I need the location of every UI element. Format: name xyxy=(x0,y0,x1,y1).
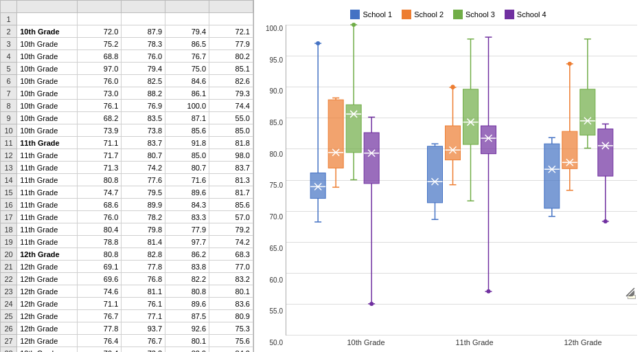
data-cell: 80.8 xyxy=(78,174,122,186)
data-cell: 76.7 xyxy=(122,335,165,347)
y-axis-label: 55.0 xyxy=(270,307,283,315)
data-cell: 83.7 xyxy=(122,137,165,149)
row-num: 7 xyxy=(1,87,17,100)
y-axis-label: 90.0 xyxy=(270,87,283,95)
data-cell: 73.0 xyxy=(78,87,122,100)
data-cell: 83.8 xyxy=(165,261,209,273)
box-rect xyxy=(428,146,443,203)
resize-handle[interactable] xyxy=(625,287,636,299)
chart-area: School 1School 2School 3School 4 100.095… xyxy=(254,0,644,352)
data-cell: 71.6 xyxy=(165,174,209,186)
grade-cell: 10th Grade xyxy=(17,112,78,124)
data-cell: 92.6 xyxy=(165,322,209,335)
grade-cell: 10th Grade xyxy=(17,25,78,38)
chart-plot xyxy=(286,25,637,336)
row-num: 12 xyxy=(1,149,17,162)
data-cell: 84.0 xyxy=(209,347,253,353)
data-cell: 76.0 xyxy=(122,50,165,63)
grade-cell: 12th Grade xyxy=(17,347,78,353)
table-row: 1711th Grade76.078.283.357.0 xyxy=(1,211,253,223)
data-cell: 79.2 xyxy=(209,223,253,236)
data-cell: 57.0 xyxy=(209,211,253,223)
row-num: 23 xyxy=(1,285,17,298)
chart-legend: School 1School 2School 3School 4 xyxy=(260,10,637,19)
data-cell: 89.6 xyxy=(165,186,209,199)
col-c-header xyxy=(122,1,165,13)
data-cell: 76.1 xyxy=(122,298,165,310)
data-cell: 87.1 xyxy=(165,112,209,124)
data-cell: 81.7 xyxy=(209,186,253,199)
data-cell: 55.0 xyxy=(209,112,253,124)
outlier-dot xyxy=(369,302,373,306)
data-cell: 86.5 xyxy=(165,38,209,50)
grade-cell: 10th Grade xyxy=(17,87,78,100)
data-cell: 75.3 xyxy=(209,322,253,335)
data-cell: 80.4 xyxy=(78,223,122,236)
data-cell: 84.6 xyxy=(165,75,209,87)
data-cell: 77.8 xyxy=(122,261,165,273)
data-cell: 85.0 xyxy=(165,149,209,162)
table-row: 310th Grade75.278.386.577.9 xyxy=(1,38,253,50)
grade-cell: 12th Grade xyxy=(17,298,78,310)
grid-line xyxy=(286,335,637,336)
row-num: 25 xyxy=(1,310,17,322)
legend-color-box xyxy=(402,10,411,19)
data-cell: 74.2 xyxy=(209,236,253,248)
data-cell: 79.4 xyxy=(165,25,209,38)
data-cell: 73.3 xyxy=(122,347,165,353)
y-axis: 100.095.090.085.080.075.070.065.060.055.… xyxy=(260,25,286,346)
data-cell: 74.6 xyxy=(78,285,122,298)
col-d-header xyxy=(165,1,209,13)
data-cell: 74.7 xyxy=(78,186,122,199)
row-num: 5 xyxy=(1,63,17,75)
table-row: 1311th Grade71.374.280.783.7 xyxy=(1,162,253,174)
grade-cell: 10th Grade xyxy=(17,50,78,63)
data-cell: 71.1 xyxy=(78,137,122,149)
legend-color-box xyxy=(453,10,463,19)
data-cell: 82.5 xyxy=(122,75,165,87)
data-cell: 85.6 xyxy=(209,199,253,211)
row-num: 22 xyxy=(1,273,17,285)
table-row: 2112th Grade69.177.883.877.0 xyxy=(1,261,253,273)
row-num-header xyxy=(1,1,17,13)
grade-cell: 11th Grade xyxy=(17,186,78,199)
data-cell: 80.9 xyxy=(209,310,253,322)
legend-label: School 2 xyxy=(414,10,444,19)
grade-cell: 11th Grade xyxy=(17,162,78,174)
data-cell: 72.1 xyxy=(209,25,253,38)
grade-cell: 11th Grade xyxy=(17,199,78,211)
grade-cell: 11th Grade xyxy=(17,174,78,186)
header-school4 xyxy=(209,13,253,25)
row-num: 20 xyxy=(1,248,17,261)
table-body: 210th Grade72.087.979.472.1310th Grade75… xyxy=(1,25,253,353)
data-cell: 77.1 xyxy=(122,310,165,322)
row-num: 26 xyxy=(1,322,17,335)
data-cell: 82.2 xyxy=(165,273,209,285)
data-cell: 68.2 xyxy=(78,112,122,124)
x-axis-label: 11th Grade xyxy=(420,338,529,346)
grade-cell: 12th Grade xyxy=(17,248,78,261)
data-cell: 79.8 xyxy=(122,223,165,236)
row-num: 3 xyxy=(1,38,17,50)
box-rect xyxy=(463,89,479,144)
row-num: 19 xyxy=(1,236,17,248)
table-row: 1211th Grade71.780.785.098.0 xyxy=(1,149,253,162)
table-row: 2212th Grade69.676.882.283.2 xyxy=(1,273,253,285)
box-rect xyxy=(310,173,325,199)
data-cell: 78.3 xyxy=(122,38,165,50)
table-row: 910th Grade68.283.587.155.0 xyxy=(1,112,253,124)
grade-cell: 10th Grade xyxy=(17,124,78,137)
outlier-dot xyxy=(568,62,572,66)
box-rect xyxy=(544,144,560,208)
table-row: 1411th Grade80.877.671.681.3 xyxy=(1,174,253,186)
data-cell: 74.4 xyxy=(209,100,253,112)
legend-item: School 3 xyxy=(453,10,495,19)
data-cell: 73.9 xyxy=(78,124,122,137)
table-row: 2312th Grade74.681.180.880.1 xyxy=(1,285,253,298)
data-cell: 83.2 xyxy=(209,273,253,285)
col-b-header xyxy=(78,1,122,13)
x-axis-label: 10th Grade xyxy=(312,338,420,346)
x-labels: 10th Grade11th Grade12th Grade xyxy=(286,338,637,346)
chart-body: 100.095.090.085.080.075.070.065.060.055.… xyxy=(260,25,637,346)
data-cell: 83.6 xyxy=(209,298,253,310)
